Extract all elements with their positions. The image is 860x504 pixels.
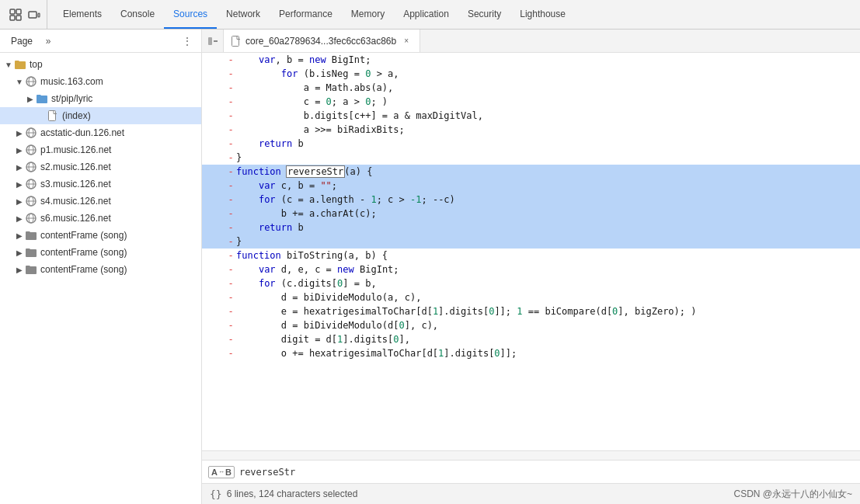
status-text: 6 lines, 124 characters selected (227, 488, 358, 499)
sidebar-item-top[interactable]: ▼ top (0, 56, 201, 73)
tab-elements[interactable]: Elements (54, 0, 111, 29)
folder-icon-cf3 (25, 263, 37, 276)
inspect-icon[interactable] (8, 7, 23, 23)
sidebar-item-index[interactable]: ▶ (index) (0, 107, 201, 124)
sidebar-tree: ▼ top ▼ music.163.com (0, 53, 201, 504)
sidebar-item-s3music[interactable]: ▶ s3.music.126.net (0, 176, 201, 193)
sidebar-label-s4music: s4.music.126.net (40, 196, 111, 207)
globe-icon-acstatic (25, 127, 37, 139)
svg-rect-5 (38, 13, 40, 17)
folder-icon-top (14, 58, 26, 71)
globe-icon-music163 (25, 75, 37, 88)
code-line-2: - for (b.isNeg = 0 > a, (202, 67, 860, 81)
tab-application[interactable]: Application (394, 0, 458, 29)
sidebar-item-contentframe3[interactable]: ▶ contentFrame (song) (0, 261, 201, 278)
svg-rect-3 (16, 16, 21, 20)
sidebar-item-acstatic[interactable]: ▶ acstatic-dun.126.net (0, 124, 201, 141)
tree-arrow-cf3: ▶ (14, 264, 25, 275)
code-line-14: - } (202, 235, 860, 249)
right-panel: core_60a2789634...3fec6cc63ac86b × - var… (202, 30, 860, 504)
collapse-sidebar-button[interactable] (202, 30, 224, 53)
tree-arrow-s6music: ▶ (14, 213, 25, 224)
tree-arrow-p1music: ▶ (14, 144, 25, 155)
code-line-18: - d = biDivideModulo(a, c), (202, 290, 860, 304)
svg-rect-28 (208, 37, 212, 45)
source-tabbar: core_60a2789634...3fec6cc63ac86b × (202, 30, 860, 53)
sidebar-header: Page » ⋮ (0, 30, 201, 53)
sidebar-item-stpip[interactable]: ▶ st/pip/lyric (0, 90, 201, 107)
svg-rect-4 (29, 12, 37, 18)
globe-icon-s3music (25, 178, 37, 190)
tab-lighthouse[interactable]: Lighthouse (510, 0, 575, 29)
sidebar-label-index: (index) (62, 110, 91, 121)
code-line-9: - function reverseStr(a) { (202, 165, 860, 179)
search-bar: A↔B (202, 461, 860, 484)
tab-memory[interactable]: Memory (342, 0, 394, 29)
sidebar-label-p1music: p1.music.126.net (40, 144, 111, 155)
sidebar-label-acstatic: acstatic-dun.126.net (40, 127, 124, 138)
sidebar-menu-button[interactable]: ⋮ (179, 33, 195, 49)
svg-rect-0 (10, 9, 15, 14)
tree-arrow-top: ▼ (3, 59, 14, 70)
code-line-16: - var d, e, c = new BigInt; (202, 262, 860, 276)
source-file-tab[interactable]: core_60a2789634...3fec6cc63ac86b × (224, 30, 420, 52)
code-line-5: - b.digits[c++] = a & maxDigitVal, (202, 109, 860, 123)
tab-security[interactable]: Security (458, 0, 510, 29)
tree-arrow-cf2: ▶ (14, 247, 25, 258)
sidebar-item-s6music[interactable]: ▶ s6.music.126.net (0, 210, 201, 227)
watermark-text: CSDN @永远十八的小仙女~ (733, 488, 852, 501)
code-line-17: - for (c.digits[0] = b, (202, 276, 860, 290)
horizontal-scrollbar[interactable] (202, 450, 860, 460)
tab-network[interactable]: Network (217, 0, 270, 29)
devtools-icons (3, 0, 47, 29)
tree-arrow-s3music: ▶ (14, 179, 25, 189)
sidebar-label-stpip: st/pip/lyric (51, 93, 92, 104)
status-left: {} 6 lines, 124 characters selected (210, 488, 357, 500)
code-line-19: - e = hexatrigesimalToChar[d[1].digits[0… (202, 304, 860, 318)
code-line-11: - for (c = a.length - 1; c > -1; --c) (202, 193, 860, 207)
code-area[interactable]: - var, b = new BigInt; - for (b.isNeg = … (202, 53, 860, 450)
sidebar-label-s6music: s6.music.126.net (40, 213, 111, 224)
code-line-8: - } (202, 151, 860, 165)
folder-icon-cf1 (25, 229, 37, 242)
code-line-20: - d = biDivideModulo(d[0], c), (202, 318, 860, 332)
content-area: Page » ⋮ ▼ top ▼ (0, 30, 860, 504)
tab-performance[interactable]: Performance (270, 0, 342, 29)
globe-icon-p1music (25, 144, 37, 156)
svg-rect-2 (10, 16, 15, 20)
search-input[interactable] (239, 467, 854, 478)
tree-arrow-s2music: ▶ (14, 162, 25, 172)
folder-icon-cf2 (25, 246, 37, 259)
folder-icon-stpip (36, 92, 48, 105)
tab-console[interactable]: Console (111, 0, 164, 29)
globe-icon-s2music (25, 161, 37, 173)
tree-arrow-stpip: ▶ (25, 93, 36, 104)
sidebar-item-contentframe1[interactable]: ▶ contentFrame (song) (0, 227, 201, 244)
code-line-22: - o += hexatrigesimalToChar[d[1].digits[… (202, 346, 860, 360)
sidebar-item-s4music[interactable]: ▶ s4.music.126.net (0, 193, 201, 210)
sidebar-more-button[interactable]: » (40, 33, 56, 49)
code-line-4: - c = 0; a > 0; ) (202, 95, 860, 109)
source-tab-close-button[interactable]: × (401, 36, 412, 47)
code-line-6: - a >>= biRadixBits; (202, 123, 860, 137)
svg-rect-9 (49, 111, 56, 121)
sidebar-item-music163[interactable]: ▼ music.163.com (0, 73, 201, 90)
sidebar-label-top: top (30, 59, 43, 70)
device-icon[interactable] (26, 7, 42, 23)
sidebar-item-p1music[interactable]: ▶ p1.music.126.net (0, 141, 201, 158)
sidebar-item-s2music[interactable]: ▶ s2.music.126.net (0, 158, 201, 176)
top-tabbar: Elements Console Sources Network Perform… (0, 0, 860, 30)
search-ab-icon: A↔B (208, 466, 235, 478)
sidebar-label-cf1: contentFrame (song) (40, 230, 127, 241)
sidebar-label-cf3: contentFrame (song) (40, 264, 127, 275)
tab-sources[interactable]: Sources (164, 0, 217, 29)
sidebar-tab-page[interactable]: Page (6, 30, 37, 52)
code-line-3: - a = Math.abs(a), (202, 81, 860, 95)
code-line-7: - return b (202, 137, 860, 151)
code-line-15: - function biToString(a, b) { (202, 249, 860, 262)
sidebar-label-cf2: contentFrame (song) (40, 247, 127, 258)
sidebar-item-contentframe2[interactable]: ▶ contentFrame (song) (0, 244, 201, 261)
code-line-12: - b += a.charAt(c); (202, 207, 860, 221)
globe-icon-s4music (25, 195, 37, 207)
source-tab-filename: core_60a2789634...3fec6cc63ac86b (245, 36, 396, 47)
